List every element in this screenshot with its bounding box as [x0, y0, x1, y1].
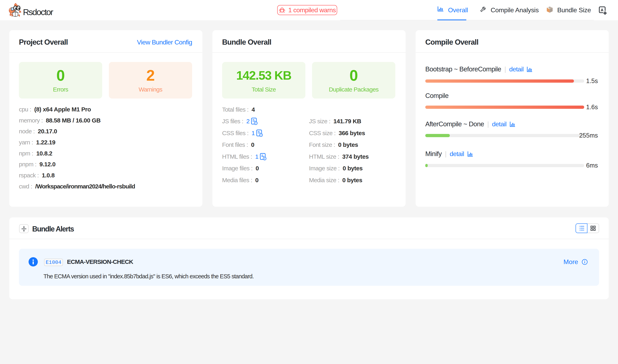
svg-text:A: A — [601, 8, 604, 12]
